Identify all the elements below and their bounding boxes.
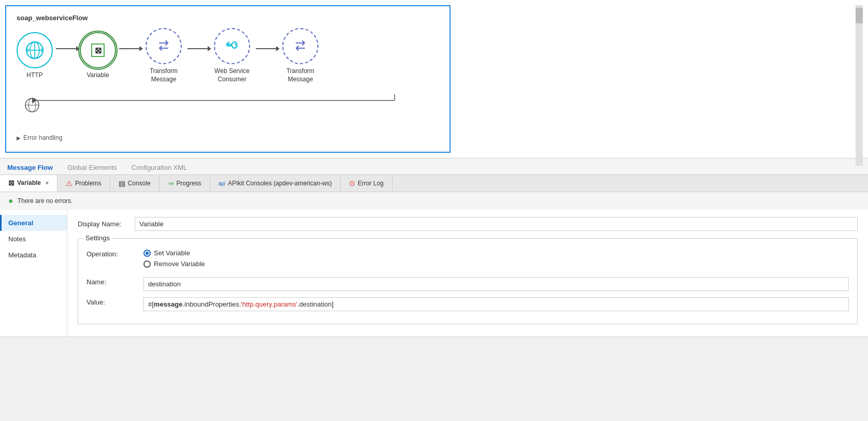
apikit-tab-icon: api xyxy=(219,181,225,186)
node-label-http: HTTP xyxy=(26,71,42,80)
node-circle-transform2[interactable] xyxy=(282,28,319,64)
name-input[interactable] xyxy=(143,277,849,291)
name-controls xyxy=(143,277,849,291)
value-red: 'http.query.params' xyxy=(241,300,297,308)
tab-message-flow[interactable]: Message Flow xyxy=(0,161,60,175)
value-message: message xyxy=(154,300,183,308)
variable-tab-label: Variable xyxy=(17,179,41,186)
bottom-panel: ⊠ Variable × ⚠ Problems ▤ Console ⇒ Prog… xyxy=(0,175,868,337)
arrow-2 xyxy=(119,48,140,49)
main-config-area: General Notes Metadata Display Name: Set… xyxy=(0,210,868,337)
arrow-3 xyxy=(187,48,208,49)
radio-set-circle[interactable] xyxy=(143,250,151,257)
error-handling[interactable]: ▶ Error handling xyxy=(17,134,439,141)
operation-label: Operation: xyxy=(86,249,143,258)
left-sidebar: General Notes Metadata xyxy=(0,210,67,337)
bottom-tab-problems[interactable]: ⚠ Problems xyxy=(57,176,110,191)
sidebar-general-label: General xyxy=(8,219,33,227)
flow-container: soap_webserviceFlow xyxy=(5,5,451,153)
value-controls: #[message.inboundProperties.'http.query.… xyxy=(143,297,849,311)
operation-row: Operation: Set Variable Remove Var xyxy=(86,249,849,271)
expand-triangle-icon: ▶ xyxy=(17,135,21,141)
variable-icon: ⊠ xyxy=(89,41,107,60)
canvas-area: soap_webserviceFlow xyxy=(0,0,868,158)
radio-remove-circle[interactable] xyxy=(143,260,151,268)
progress-tab-label: Progress xyxy=(177,180,201,187)
node-label-ws: Web Service Consumer xyxy=(211,67,253,83)
bottom-tabs-bar: ⊠ Variable × ⚠ Problems ▤ Console ⇒ Prog… xyxy=(0,175,868,192)
radio-set-variable[interactable]: Set Variable xyxy=(143,249,849,257)
progress-tab-icon: ⇒ xyxy=(168,179,174,187)
flow-title: soap_webserviceFlow xyxy=(17,14,439,22)
node-label-transform1: Transform Message xyxy=(143,67,184,83)
errorlog-tab-icon: ⊙ xyxy=(349,179,355,187)
flow-tabs-bar: Message Flow Global Elements Configurati… xyxy=(0,158,868,175)
arrow-1 xyxy=(56,48,77,49)
display-name-label: Display Name: xyxy=(78,220,135,228)
error-handling-label: Error handling xyxy=(23,134,62,141)
bottom-tab-progress[interactable]: ⇒ Progress xyxy=(160,176,210,191)
value-suffix: .destination] xyxy=(297,300,334,308)
node-transform1[interactable]: Transform Message xyxy=(143,28,184,83)
http-icon xyxy=(25,40,45,60)
node-circle-transform1[interactable] xyxy=(146,28,182,64)
node-transform2[interactable]: Transform Message xyxy=(280,28,321,83)
settings-legend: Settings xyxy=(83,234,112,242)
node-label-transform2: Transform Message xyxy=(280,67,321,83)
canvas-scrollbar[interactable] xyxy=(856,5,863,166)
console-tab-label: Console xyxy=(128,180,151,187)
tab-config-xml[interactable]: Configuration XML xyxy=(124,161,195,175)
sidebar-notes-label: Notes xyxy=(8,235,26,243)
bottom-tab-errorlog[interactable]: ⊙ Error Log xyxy=(341,176,393,191)
sidebar-item-metadata[interactable]: Metadata xyxy=(0,247,67,263)
problems-tab-icon: ⚠ xyxy=(66,179,73,187)
value-input[interactable]: #[message.inboundProperties.'http.query.… xyxy=(143,297,849,311)
variable-tab-icon: ⊠ xyxy=(8,179,15,187)
node-variable[interactable]: ⊠ Variable xyxy=(80,32,116,80)
operation-controls: Set Variable Remove Variable xyxy=(143,249,849,271)
radio-remove-label: Remove Variable xyxy=(154,260,205,268)
svg-text:⊠: ⊠ xyxy=(95,46,102,55)
name-label: Name: xyxy=(86,277,143,286)
errorlog-tab-label: Error Log xyxy=(358,180,384,187)
bottom-tab-variable[interactable]: ⊠ Variable × xyxy=(0,175,57,192)
arrow-4 xyxy=(256,48,277,49)
transform1-icon xyxy=(154,37,173,55)
ws-icon xyxy=(223,37,241,55)
node-circle-http[interactable] xyxy=(17,32,53,68)
status-text: There are no errors. xyxy=(18,197,73,205)
sidebar-item-notes[interactable]: Notes xyxy=(0,231,67,247)
svg-marker-11 xyxy=(32,97,36,104)
flow-nodes: HTTP ⊠ Variable xyxy=(17,28,439,83)
return-line xyxy=(32,93,405,108)
value-middle: .inboundProperties. xyxy=(183,300,241,308)
console-tab-icon: ▤ xyxy=(119,179,125,187)
variable-tab-close[interactable]: × xyxy=(46,180,49,186)
problems-tab-label: Problems xyxy=(75,180,102,187)
radio-remove-variable[interactable]: Remove Variable xyxy=(143,260,849,268)
status-message-row: ● There are no errors. xyxy=(0,192,868,210)
bottom-tab-apikit[interactable]: api APIkit Consoles (apdev-american-ws) xyxy=(210,176,341,191)
node-circle-ws[interactable] xyxy=(214,28,250,64)
tab-global-elements[interactable]: Global Elements xyxy=(60,161,124,175)
bottom-tab-console[interactable]: ▤ Console xyxy=(110,176,160,191)
value-label: Value: xyxy=(86,297,143,306)
transform2-icon xyxy=(291,37,310,55)
node-circle-variable[interactable]: ⊠ xyxy=(80,32,116,68)
radio-set-label: Set Variable xyxy=(154,249,190,257)
status-green-dot: ● xyxy=(8,196,13,206)
radio-set-dot xyxy=(146,252,149,255)
node-label-variable: Variable xyxy=(86,71,109,80)
node-http[interactable]: HTTP xyxy=(17,32,53,80)
name-row: Name: xyxy=(86,277,849,291)
settings-section: Settings Operation: Set Variable xyxy=(78,238,858,324)
display-name-row: Display Name: xyxy=(78,217,858,231)
value-prefix: #[ xyxy=(148,300,154,308)
apikit-tab-label: APIkit Consoles (apdev-american-ws) xyxy=(228,180,332,187)
sidebar-item-general[interactable]: General xyxy=(0,215,67,231)
value-row: Value: #[message.inboundProperties.'http… xyxy=(86,297,849,311)
sidebar-metadata-label: Metadata xyxy=(8,251,36,259)
config-panel: Display Name: Settings Operation: xyxy=(67,210,868,337)
node-webservice[interactable]: Web Service Consumer xyxy=(211,28,253,83)
display-name-input[interactable] xyxy=(135,217,858,231)
